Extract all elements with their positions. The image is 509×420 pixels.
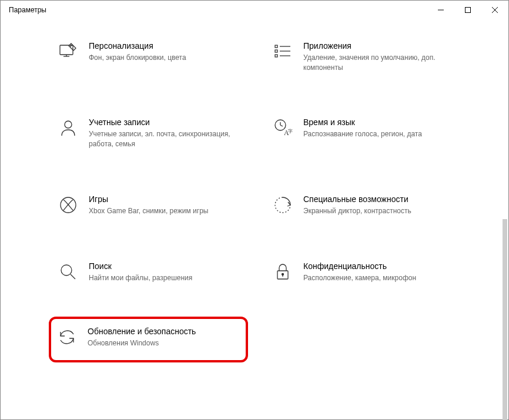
ease-of-access-icon <box>273 195 293 215</box>
xbox-icon <box>58 195 78 215</box>
category-title: Приложения <box>303 41 451 52</box>
category-title: Обновление и безопасность <box>88 326 237 337</box>
category-title: Игры <box>89 194 236 205</box>
category-personalization[interactable]: Персонализация Фон, экран блокировки, цв… <box>55 37 240 76</box>
category-text: Поиск Найти мои файлы, разрешения <box>89 261 236 283</box>
category-privacy[interactable]: Конфиденциальность Расположение, камера,… <box>269 257 454 287</box>
svg-rect-9 <box>275 50 277 52</box>
svg-point-21 <box>61 265 72 275</box>
category-ease-of-access[interactable]: Специальные возможности Экранный диктор,… <box>269 190 454 220</box>
category-text: Время и язык Распознавание голоса, регио… <box>303 117 451 139</box>
svg-line-22 <box>71 274 75 279</box>
titlebar: Параметры <box>1 1 508 19</box>
category-title: Специальные возможности <box>303 194 451 205</box>
category-desc: Расположение, камера, микрофон <box>303 273 451 283</box>
category-text: Приложения Удаление, значения по умолчан… <box>303 41 451 72</box>
svg-text:字: 字 <box>288 129 293 134</box>
svg-point-14 <box>65 121 72 128</box>
svg-rect-8 <box>275 45 277 48</box>
lock-icon <box>273 262 293 282</box>
category-title: Персонализация <box>89 41 236 52</box>
svg-rect-1 <box>466 8 471 13</box>
category-text: Специальные возможности Экранный диктор,… <box>303 194 451 216</box>
minimize-icon <box>438 7 444 13</box>
category-desc: Распознавание голоса, регион, дата <box>303 129 451 139</box>
window-title: Параметры <box>9 6 46 14</box>
category-desc: Экранный диктор, контрастность <box>303 206 451 216</box>
scrollbar[interactable] <box>503 219 507 420</box>
category-desc: Обновления Windows <box>88 338 237 348</box>
settings-content: Персонализация Фон, экран блокировки, цв… <box>1 19 508 419</box>
category-time-language[interactable]: A 字 Время и язык Распознавание голоса, р… <box>269 113 454 152</box>
highlight-frame: Обновление и безопасность Обновления Win… <box>49 317 248 362</box>
search-icon <box>58 262 78 282</box>
paintbrush-icon <box>58 42 78 62</box>
category-update-security[interactable]: Обновление и безопасность Обновления Win… <box>57 326 237 348</box>
category-title: Поиск <box>89 261 236 272</box>
categories-grid: Персонализация Фон, экран блокировки, цв… <box>55 37 454 351</box>
sync-icon <box>57 327 77 347</box>
maximize-button[interactable] <box>454 1 481 19</box>
category-desc: Удаление, значения по умолчанию, доп. ко… <box>303 53 451 73</box>
category-accounts[interactable]: Учетные записи Учетные записи, эл. почта… <box>55 113 240 152</box>
close-button[interactable] <box>481 1 508 19</box>
apps-list-icon <box>273 42 293 62</box>
category-title: Время и язык <box>303 117 451 128</box>
category-desc: Найти мои файлы, разрешения <box>89 273 236 283</box>
category-title: Учетные записи <box>89 117 236 128</box>
category-text: Персонализация Фон, экран блокировки, цв… <box>89 41 236 63</box>
clock-language-icon: A 字 <box>273 118 293 138</box>
category-text: Учетные записи Учетные записи, эл. почта… <box>89 117 236 149</box>
category-text: Обновление и безопасность Обновления Win… <box>88 326 237 348</box>
svg-rect-4 <box>60 45 73 55</box>
category-text: Игры Xbox Game Bar, снимки, режим игры <box>89 194 236 216</box>
svg-rect-10 <box>275 55 277 57</box>
category-desc: Фон, экран блокировки, цвета <box>89 53 236 63</box>
category-text: Конфиденциальность Расположение, камера,… <box>303 261 451 283</box>
window-controls <box>427 1 508 19</box>
category-title: Конфиденциальность <box>303 261 451 272</box>
close-icon <box>492 7 498 13</box>
maximize-icon <box>465 7 471 13</box>
category-search[interactable]: Поиск Найти мои файлы, разрешения <box>55 257 240 287</box>
category-gaming[interactable]: Игры Xbox Game Bar, снимки, режим игры <box>55 190 240 220</box>
person-icon <box>58 118 78 138</box>
category-desc: Xbox Game Bar, снимки, режим игры <box>89 206 236 216</box>
minimize-button[interactable] <box>427 1 454 19</box>
category-desc: Учетные записи, эл. почта, синхронизация… <box>89 129 236 149</box>
settings-window: Параметры <box>0 0 509 420</box>
svg-line-17 <box>280 125 283 126</box>
category-apps[interactable]: Приложения Удаление, значения по умолчан… <box>269 37 454 76</box>
